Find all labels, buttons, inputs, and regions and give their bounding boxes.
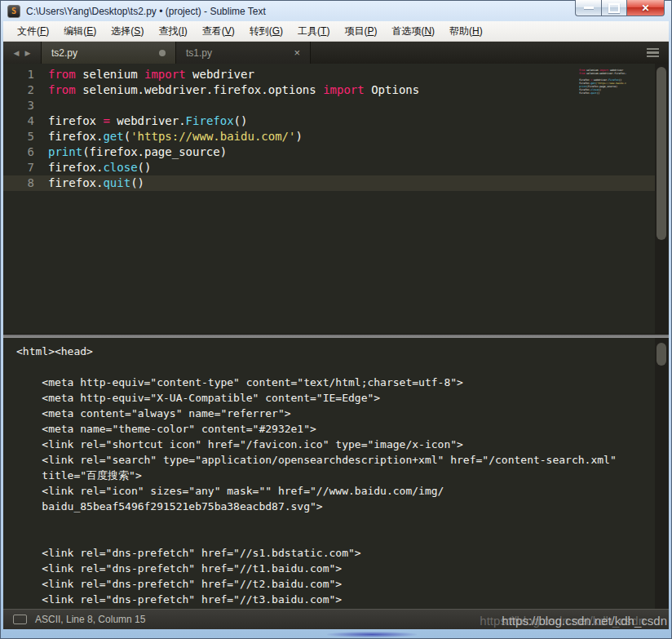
minimap-line: from selenium.webdriver.firefox.options …	[579, 72, 626, 75]
tab-close-icon[interactable]: ×	[294, 47, 300, 58]
minimize-icon	[584, 7, 594, 9]
output-lines: <html><head> <meta http-equiv="content-t…	[16, 344, 652, 609]
console-line: baidu_85beaf5496f291521eb75ba38eacbd87.s…	[16, 499, 652, 514]
menu-bar: 文件(F)编辑(E)选择(S)查找(I)查看(V)转到(G)工具(T)项目(P)…	[3, 21, 669, 42]
tab-scroll-left-icon[interactable]: ◀	[14, 49, 20, 57]
glass-reflection	[327, 632, 417, 637]
line-number: 1	[3, 67, 48, 82]
console-line: <link rel="shortcut icon" href="/favicon…	[16, 437, 652, 452]
window-controls: ✕	[575, 0, 665, 16]
console-line: <meta http-equiv="X-UA-Compatible" conte…	[16, 390, 652, 406]
editor-scrollbar-thumb[interactable]	[657, 67, 666, 240]
minimap-line: firefox.quit()	[579, 91, 626, 95]
menu-item-i[interactable]: 查找(I)	[151, 22, 194, 41]
console-line: <meta http-equiv="content-type" content=…	[16, 375, 652, 390]
menu-item-e[interactable]: 编辑(E)	[56, 22, 104, 41]
tab-label: ts2.py	[51, 47, 77, 59]
minimap[interactable]: from selenium import webdriverfrom selen…	[579, 69, 626, 95]
menu-item-t[interactable]: 工具(T)	[290, 22, 337, 41]
maximize-icon	[608, 3, 620, 13]
editor-scrollbar[interactable]	[655, 64, 669, 334]
console-line: <link rel="icon" sizes="any" mask="" hre…	[16, 483, 652, 499]
window-title: C:\Users\Yang\Desktop\ts2.py • (project)…	[26, 6, 266, 17]
console-line: <html><head>	[16, 344, 652, 359]
code-editor[interactable]: 1from selenium import webdriver2from sel…	[3, 64, 669, 334]
output-scrollbar-thumb[interactable]	[657, 343, 666, 366]
line-number: 4	[3, 113, 48, 129]
sublime-text-icon: S	[7, 5, 20, 18]
console-line: <link rel="dns-prefetch" href="//t1.baid…	[16, 561, 652, 576]
code-line-8: 8firefox.quit()	[3, 175, 669, 191]
line-number: 6	[3, 144, 48, 160]
line-number: 8	[3, 175, 48, 191]
tab-overflow-menu-icon[interactable]	[647, 48, 659, 57]
tab-scroll-controls: ◀ ▶	[3, 42, 42, 64]
minimize-button[interactable]	[575, 0, 601, 16]
tab-ts2.py[interactable]: ts2.py	[42, 42, 176, 64]
maximize-button[interactable]	[601, 0, 627, 16]
code-line-1: 1from selenium import webdriver	[3, 67, 669, 82]
menu-item-p[interactable]: 项目(P)	[337, 22, 384, 41]
status-text: ASCII, Line 8, Column 15	[35, 614, 145, 625]
tab-ts1.py[interactable]: ts1.py×	[176, 42, 311, 64]
console-line: <link rel="dns-prefetch" href="//s1.bdst…	[16, 545, 652, 561]
console-line: <link rel="dns-prefetch" href="//t10.bai…	[16, 607, 652, 609]
close-icon: ✕	[641, 3, 649, 13]
menu-item-v[interactable]: 查看(V)	[195, 22, 242, 41]
console-line: <link rel="dns-prefetch" href="//t2.baid…	[16, 576, 652, 592]
code-line-6: 6print(firefox.page_source)	[3, 144, 669, 160]
console-line	[16, 359, 652, 375]
code-line-4: 4firefox = webdriver.Firefox()	[3, 113, 669, 129]
output-scrollbar[interactable]	[655, 338, 669, 609]
panel-toggle-icon[interactable]	[13, 615, 27, 624]
status-bar: ASCII, Line 8, Column 15	[3, 609, 669, 629]
tab-bar: ◀ ▶ ts2.pyts1.py×	[3, 42, 669, 64]
code-line-5: 5firefox.get('https://www.baidu.com/')	[3, 129, 669, 144]
line-number: 5	[3, 129, 48, 144]
close-button[interactable]: ✕	[627, 0, 665, 16]
output-panel[interactable]: <html><head> <meta http-equiv="content-t…	[3, 338, 669, 609]
console-line: <link rel="search" type="application/ope…	[16, 452, 652, 468]
line-number: 3	[3, 98, 48, 113]
window-bottom-frame	[1, 629, 671, 639]
code-lines: 1from selenium import webdriver2from sel…	[3, 67, 669, 191]
menu-item-s[interactable]: 选择(S)	[104, 22, 151, 41]
console-line: <meta name="theme-color" content="#2932e…	[16, 421, 652, 437]
code-line-3: 3	[3, 98, 669, 113]
console-line: title="百度搜索">	[16, 468, 652, 483]
line-number: 7	[3, 160, 48, 175]
code-line-2: 2from selenium.webdriver.firefox.options…	[3, 82, 669, 98]
menu-item-g[interactable]: 转到(G)	[242, 22, 290, 41]
menu-item-f[interactable]: 文件(F)	[10, 22, 56, 41]
code-line-7: 7firefox.close()	[3, 160, 669, 175]
modified-dot-icon	[159, 50, 166, 56]
console-line	[16, 530, 652, 545]
line-number: 2	[3, 82, 48, 98]
menu-item-h[interactable]: 帮助(H)	[442, 22, 490, 41]
sublime-text-window: S C:\Users\Yang\Desktop\ts2.py • (projec…	[0, 0, 672, 639]
console-line: <meta content="always" name="referrer">	[16, 406, 652, 421]
tab-scroll-right-icon[interactable]: ▶	[25, 49, 31, 57]
tab-strip: ts2.pyts1.py×	[42, 42, 311, 64]
title-bar[interactable]: S C:\Users\Yang\Desktop\ts2.py • (projec…	[1, 1, 671, 21]
console-line: <link rel="dns-prefetch" href="//t3.baid…	[16, 592, 652, 607]
menu-item-n[interactable]: 首选项(N)	[384, 22, 442, 41]
tab-label: ts1.py	[186, 47, 212, 59]
console-line	[16, 514, 652, 530]
